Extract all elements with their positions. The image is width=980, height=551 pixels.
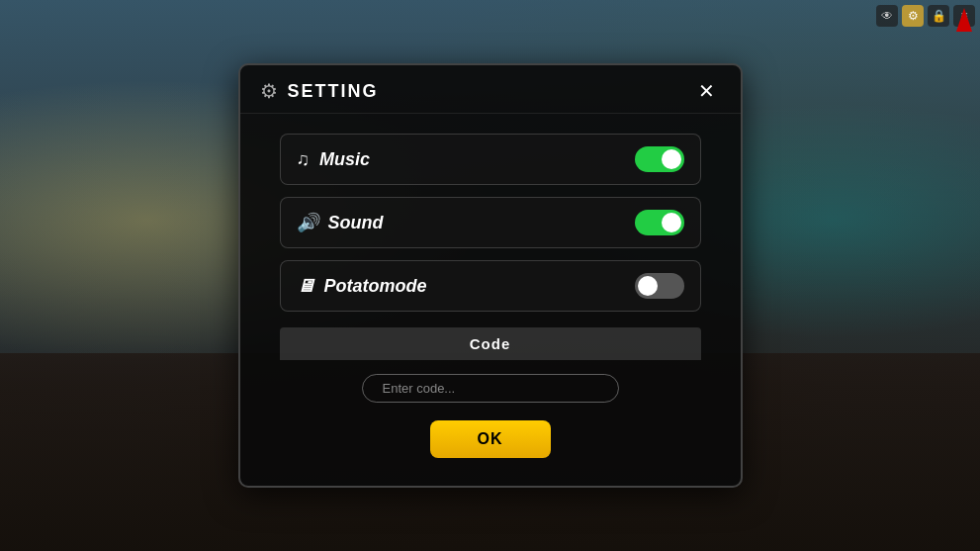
code-header: Code xyxy=(280,327,701,360)
ok-button[interactable]: OK xyxy=(430,420,551,458)
code-input[interactable] xyxy=(362,374,619,403)
potatomode-toggle[interactable] xyxy=(635,273,684,299)
sound-setting-row: 🔊 Sound xyxy=(280,197,701,248)
sound-label: 🔊 Sound xyxy=(297,212,384,233)
dialog-gear-icon: ⚙ xyxy=(260,79,278,103)
dialog-title: SETTING xyxy=(288,81,379,102)
potatomode-toggle-thumb xyxy=(638,276,658,296)
dialog-body: ♫ Music 🔊 Sound xyxy=(240,114,741,486)
modal-overlay: ⚙ SETTING ✕ ♫ Music xyxy=(0,0,980,551)
close-button[interactable]: ✕ xyxy=(692,79,721,103)
music-label: ♫ Music xyxy=(297,149,371,170)
sound-toggle[interactable] xyxy=(635,210,684,235)
potatomode-setting-row: 🖥 Potatomode xyxy=(280,260,701,312)
music-icon: ♫ xyxy=(297,149,311,170)
potatomode-icon: 🖥 xyxy=(297,276,314,297)
ok-button-wrap: OK xyxy=(280,413,701,462)
settings-dialog: ⚙ SETTING ✕ ♫ Music xyxy=(238,63,743,488)
code-section: Code OK xyxy=(280,327,701,462)
music-setting-row: ♫ Music xyxy=(280,134,701,185)
sound-icon: 🔊 xyxy=(297,212,318,233)
sound-toggle-thumb xyxy=(662,213,681,232)
dialog-title-area: ⚙ SETTING xyxy=(260,79,379,103)
dialog-header: ⚙ SETTING ✕ xyxy=(240,65,741,114)
potatomode-label: 🖥 Potatomode xyxy=(297,276,427,297)
music-toggle[interactable] xyxy=(635,146,684,172)
music-toggle-thumb xyxy=(662,149,681,169)
code-input-wrap xyxy=(280,360,701,413)
